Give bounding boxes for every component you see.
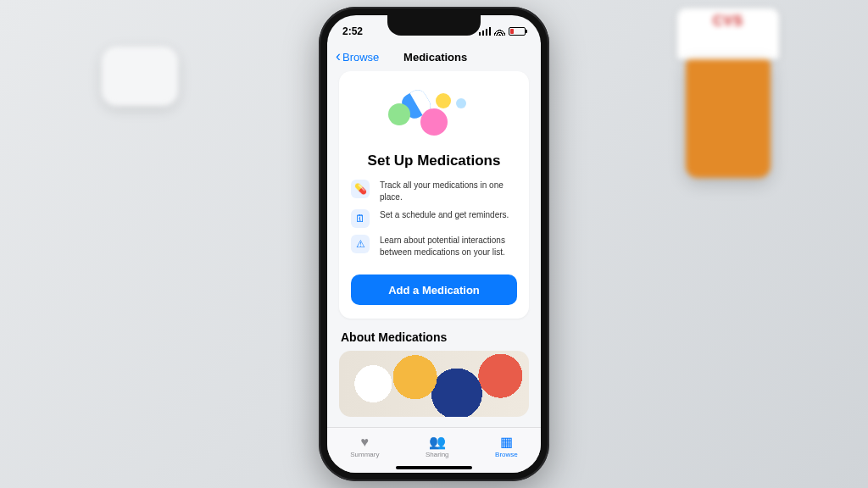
benefit-text: Track all your medications in one place.: [380, 180, 517, 202]
tab-label: Summary: [350, 451, 379, 458]
calendar-icon: 🗓: [351, 209, 370, 228]
tab-sharing[interactable]: 👥 Sharing: [426, 435, 449, 458]
wifi-icon: [494, 27, 505, 36]
status-time: 2:52: [342, 25, 363, 37]
people-icon: 👥: [429, 435, 446, 449]
benefit-row: 🗓 Set a schedule and get reminders.: [351, 209, 517, 228]
about-medications-card[interactable]: [339, 351, 529, 417]
main-content[interactable]: Set Up Medications 💊 Track all your medi…: [327, 71, 541, 427]
heart-icon: ♥: [361, 435, 370, 449]
grid-icon: ▦: [500, 435, 513, 449]
warning-icon: ⚠︎: [351, 235, 370, 253]
setup-card: Set Up Medications 💊 Track all your medi…: [339, 71, 529, 319]
about-heading: About Medications: [341, 330, 527, 344]
battery-icon: [509, 27, 526, 36]
pill-bottle-brand: CVS: [677, 8, 779, 29]
chevron-left-icon: ‹: [336, 48, 341, 64]
benefit-text: Set a schedule and get reminders.: [380, 209, 509, 221]
medications-illustration: [351, 83, 517, 147]
iphone-device-frame: 2:52 ‹ Browse Medications Set Up: [319, 7, 549, 481]
pills-icon: 💊: [351, 180, 370, 198]
benefit-text: Learn about potential interactions betwe…: [380, 235, 517, 258]
page-title: Medications: [338, 51, 532, 64]
benefit-row: 💊 Track all your medications in one plac…: [351, 180, 517, 202]
benefit-row: ⚠︎ Learn about potential interactions be…: [351, 235, 517, 258]
cellular-signal-icon: [479, 27, 491, 36]
setup-heading: Set Up Medications: [351, 152, 517, 169]
tab-label: Browse: [495, 451, 518, 458]
add-medication-button[interactable]: Add a Medication: [351, 274, 517, 305]
screen: 2:52 ‹ Browse Medications Set Up: [327, 15, 541, 473]
background-pill-bottle: CVS: [682, 8, 775, 178]
notch: [387, 15, 481, 36]
navigation-header: ‹ Browse Medications: [327, 42, 541, 71]
tab-browse[interactable]: ▦ Browse: [495, 435, 518, 458]
tab-label: Sharing: [426, 451, 449, 458]
home-indicator[interactable]: [396, 466, 472, 469]
background-airpods-case: [102, 47, 178, 106]
tab-summary[interactable]: ♥ Summary: [350, 435, 379, 458]
